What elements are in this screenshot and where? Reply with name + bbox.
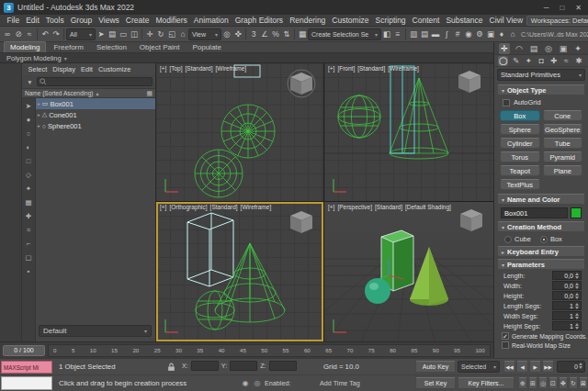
ribbon-tab-freeform[interactable]: Freeform	[48, 42, 88, 52]
select-scale-icon[interactable]: ◱	[166, 28, 177, 40]
explorer-show-geometry-icon[interactable]: □	[24, 156, 34, 166]
viewport-standard-menu[interactable]: [Standard]	[357, 65, 385, 72]
explorer-show-none-icon[interactable]: ○	[24, 128, 34, 139]
redo-icon[interactable]: ↷	[51, 28, 62, 40]
ribbon-tab-object-paint[interactable]: Object Paint	[134, 42, 186, 52]
timeline-tick-30[interactable]: 30	[175, 347, 182, 353]
timeline-tick-95[interactable]: 95	[454, 347, 460, 353]
plane-button[interactable]: Plane	[543, 165, 583, 176]
object-type-rollout-header[interactable]: Object Type	[497, 84, 585, 95]
workspaces-dropdown[interactable]: Workspaces: Default	[526, 16, 588, 26]
viewport-perspective[interactable]: [+][Perspective][Standard][Default Shadi…	[324, 202, 493, 341]
menu-file[interactable]: File	[4, 16, 23, 25]
select-by-name-icon[interactable]: ▤	[107, 28, 118, 40]
sphere001-shaded[interactable]	[365, 278, 390, 304]
viewport-orthographic[interactable]: [+][Orthographic][Standard][Wireframe]	[156, 202, 323, 341]
selection-lock-icon[interactable]	[167, 363, 175, 372]
go-to-start-button[interactable]: ◀◀	[503, 361, 515, 373]
name-column-header[interactable]: Name (Sorted Ascending)	[25, 90, 93, 96]
cone001-wireframe-ortho[interactable]	[215, 243, 285, 322]
viewport-pov-menu[interactable]: [Orthographic]	[169, 204, 207, 210]
timeline-tick-20[interactable]: 20	[132, 347, 139, 353]
viewport-general-menu[interactable]: [+]	[328, 204, 334, 210]
layer-explorer-toggle-icon[interactable]: ▤	[419, 28, 430, 40]
close-button[interactable]: ✕	[575, 4, 582, 12]
render-setup-icon[interactable]: ⚙	[474, 28, 485, 40]
menu-civil-view[interactable]: Civil View	[486, 16, 526, 25]
creation-method-rollout-header[interactable]: Creation Method	[497, 221, 585, 232]
cone001-wireframe-top[interactable]	[221, 105, 275, 158]
viewport-general-menu[interactable]: [+]	[160, 65, 166, 72]
spinner-arrows-icon[interactable]	[574, 283, 580, 289]
maximize-viewport-icon[interactable]: ⊠	[579, 377, 588, 389]
undo-icon[interactable]: ↶	[40, 28, 51, 40]
explorer-show-lights-icon[interactable]: ✦	[24, 184, 34, 194]
orbit-icon[interactable]: ↻	[569, 377, 578, 389]
hierarchy-tab-icon[interactable]: ▤	[528, 43, 539, 54]
select-move-icon[interactable]: ✛	[144, 28, 155, 40]
menu-animation[interactable]: Animation	[190, 16, 232, 25]
timeline-tick-100[interactable]: 100	[475, 347, 484, 353]
project-folder-icon[interactable]: ⌂	[507, 28, 518, 40]
length-segs-spinner[interactable]: 1	[552, 301, 582, 310]
radio-box[interactable]	[540, 236, 548, 243]
sphere001-wireframe-front[interactable]	[338, 95, 380, 138]
unlink-selection-icon[interactable]: ⊘	[13, 28, 24, 40]
create-tab-icon[interactable]: ✛	[499, 43, 510, 54]
angle-snap-icon[interactable]: ∠	[259, 28, 270, 40]
isolate-selection-icon[interactable]: ◉	[241, 378, 250, 387]
viewport-front[interactable]: [+][Front][Standard][Wireframe]	[324, 63, 493, 201]
geosphere-button[interactable]: GeoSphere	[543, 124, 583, 135]
select-manipulate-icon[interactable]: ✜	[232, 28, 243, 40]
degradation-toggle-icon[interactable]: ◎	[253, 378, 262, 387]
width-spinner[interactable]: 0,0	[552, 281, 582, 290]
timeline-tick-85[interactable]: 85	[411, 347, 417, 353]
list-item-box001[interactable]: ▸▭Box001	[36, 98, 155, 109]
cone-button[interactable]: Cone	[543, 110, 583, 121]
frozen-column-icon[interactable]: ▦	[146, 90, 153, 97]
object-name-field[interactable]: Box001	[501, 207, 568, 218]
z-field[interactable]	[269, 361, 297, 371]
viewport-standard-menu[interactable]: [Standard]	[375, 204, 402, 210]
explorer-show-spacewarps-icon[interactable]: ≈	[24, 225, 34, 235]
height-spinner[interactable]: 0,0	[552, 291, 582, 300]
percent-snap-icon[interactable]: %	[270, 28, 281, 40]
display-tab-icon[interactable]: ▣	[558, 43, 569, 54]
add-time-tag[interactable]: Add Time Tag	[320, 379, 360, 387]
explorer-menu-display[interactable]: Display	[51, 65, 78, 73]
zoom-region-icon[interactable]: ⊡	[548, 377, 558, 389]
creation-method-cube[interactable]: Cube	[504, 235, 531, 243]
timeline-tick-15[interactable]: 15	[111, 347, 118, 353]
auto-key-button[interactable]: Auto Key	[415, 361, 456, 373]
zoom-all-icon[interactable]: ⊞	[528, 377, 537, 389]
explorer-show-bones-icon[interactable]: ⌐	[24, 239, 34, 249]
y-field[interactable]	[230, 361, 257, 371]
expand-arrow-icon[interactable]: ▸	[38, 101, 40, 106]
box-button[interactable]: Box	[500, 110, 540, 121]
radio-cube[interactable]	[504, 236, 512, 243]
box001-wireframe-front[interactable]	[390, 66, 414, 153]
timeline-tick-25[interactable]: 25	[154, 347, 161, 353]
parameters-rollout-header[interactable]: Parameters	[497, 259, 585, 270]
ribbon-panel[interactable]: Polygon Modeling	[0, 53, 493, 63]
cone001-wireframe-front[interactable]	[390, 78, 448, 159]
real-world-map-size-checkbox[interactable]	[502, 341, 509, 349]
cameras-category-icon[interactable]: ◘	[536, 56, 546, 66]
align-icon[interactable]: ≡	[392, 28, 403, 40]
explorer-menu-customize[interactable]: Customize	[96, 65, 132, 73]
timeline-tick-50[interactable]: 50	[261, 347, 267, 353]
explorer-column-header[interactable]: Name (Sorted Ascending) ▲ ▦	[22, 88, 155, 98]
menu-edit[interactable]: Edit	[23, 16, 43, 25]
expand-arrow-icon[interactable]: ▸	[38, 112, 40, 117]
primitive-type-dropdown[interactable]: Standard Primitives	[497, 69, 585, 81]
menu-scripting[interactable]: Scripting	[372, 16, 409, 25]
viewport-top[interactable]: [+][Top][Standard][Wireframe]	[156, 63, 323, 201]
select-rotate-icon[interactable]: ↻	[155, 28, 166, 40]
viewcube[interactable]	[460, 209, 482, 231]
cylinder-button[interactable]: Cylinder	[500, 138, 540, 149]
viewport-general-menu[interactable]: [+]	[160, 204, 166, 210]
maximize-button[interactable]: □	[560, 4, 564, 12]
viewport-shading-menu[interactable]: [Default Shading]	[405, 204, 451, 210]
explorer-show-containers-icon[interactable]: ▢	[24, 252, 34, 263]
menu-group[interactable]: Group	[67, 16, 96, 25]
